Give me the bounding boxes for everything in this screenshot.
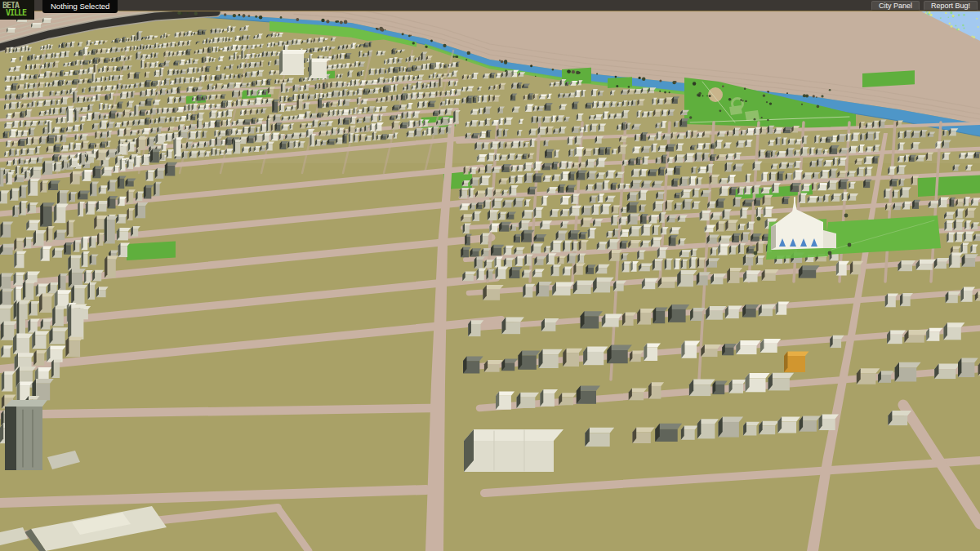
logo-text-ville: VILLE: [0, 9, 34, 17]
betaville-app-window: BETA VILLE Nothing Selected City Panel R…: [0, 0, 980, 551]
report-bug-button[interactable]: Report Bug!: [924, 1, 978, 11]
betaville-logo: BETA VILLE: [0, 0, 34, 20]
city-panel-button[interactable]: City Panel: [871, 1, 920, 11]
selection-status-label: Nothing Selected: [42, 0, 118, 13]
city-3d-viewport[interactable]: [0, 11, 980, 551]
toolbar-buttons: City Panel Report Bug!: [871, 1, 978, 11]
top-toolbar: [0, 0, 980, 11]
city-3d-scene[interactable]: [0, 11, 980, 551]
